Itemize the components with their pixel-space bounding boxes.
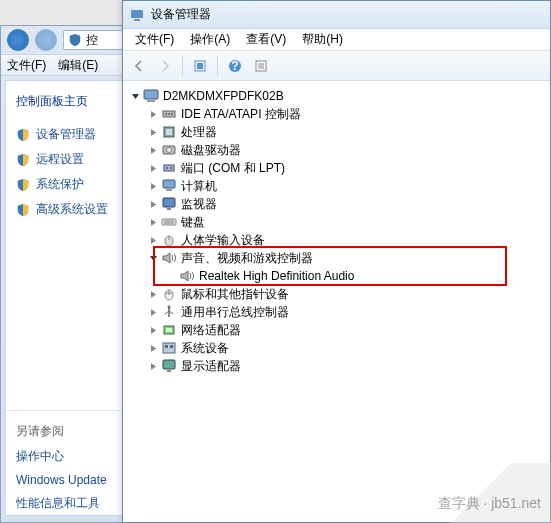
- tree-expander[interactable]: [147, 126, 159, 138]
- menu-action[interactable]: 操作(A): [184, 29, 236, 50]
- tree-expander[interactable]: [147, 162, 159, 174]
- tree-expander[interactable]: [165, 270, 177, 282]
- tree-item-label: IDE ATA/ATAPI 控制器: [181, 106, 301, 123]
- tree-category[interactable]: 端口 (COM 和 LPT): [127, 159, 546, 177]
- see-also-header: 另请参阅: [6, 419, 124, 444]
- tree-item-label: 系统设备: [181, 340, 229, 357]
- tree-category[interactable]: 通用串行总线控制器: [127, 303, 546, 321]
- tree-expander[interactable]: [129, 90, 141, 102]
- bg-menu-edit[interactable]: 编辑(E): [58, 57, 98, 74]
- sidebar-item-label: 高级系统设置: [36, 201, 108, 218]
- tree-expander[interactable]: [147, 144, 159, 156]
- toolbar-properties-button[interactable]: [249, 54, 273, 78]
- tree-expander[interactable]: [147, 252, 159, 264]
- toolbar: ?: [123, 51, 550, 81]
- tree-item-label: 声音、视频和游戏控制器: [181, 250, 313, 267]
- mouse-icon: [161, 286, 177, 302]
- tree-item-label: 键盘: [181, 214, 205, 231]
- port-icon: [161, 160, 177, 176]
- tree-item-label: 网络适配器: [181, 322, 241, 339]
- shield-icon: [16, 153, 30, 167]
- tree-item-label: 通用串行总线控制器: [181, 304, 289, 321]
- tree-expander[interactable]: [147, 180, 159, 192]
- toolbar-separator: [217, 56, 218, 76]
- tree-category[interactable]: 鼠标和其他指针设备: [127, 285, 546, 303]
- tree-item-label: 磁盘驱动器: [181, 142, 241, 159]
- tree-category[interactable]: 监视器: [127, 195, 546, 213]
- svg-text:?: ?: [231, 59, 238, 73]
- network-icon: [161, 322, 177, 338]
- tree-category[interactable]: 声音、视频和游戏控制器: [127, 249, 546, 267]
- sidebar-item-label: 系统保护: [36, 176, 84, 193]
- tree-expander[interactable]: [147, 360, 159, 372]
- device-tree[interactable]: D2MKDMXFPDFK02BIDE ATA/ATAPI 控制器处理器磁盘驱动器…: [123, 81, 550, 522]
- device-manager-window: 设备管理器 文件(F) 操作(A) 查看(V) 帮助(H) ? D2MKDMXF…: [122, 0, 551, 523]
- svg-rect-0: [131, 10, 143, 18]
- computer-icon: [161, 178, 177, 194]
- tree-expander[interactable]: [147, 306, 159, 318]
- bg-titlebar: 控: [1, 26, 129, 54]
- tree-expander[interactable]: [147, 234, 159, 246]
- sidebar-header[interactable]: 控制面板主页: [6, 89, 124, 114]
- tree-category[interactable]: 人体学输入设备: [127, 231, 546, 249]
- toolbar-separator: [182, 56, 183, 76]
- menu-view[interactable]: 查看(V): [240, 29, 292, 50]
- tree-expander[interactable]: [147, 108, 159, 120]
- sidebar-item[interactable]: 远程设置: [6, 147, 124, 172]
- tree-expander[interactable]: [147, 198, 159, 210]
- see-also-link[interactable]: Windows Update: [6, 469, 124, 491]
- tree-category[interactable]: 网络适配器: [127, 321, 546, 339]
- tree-expander[interactable]: [147, 216, 159, 228]
- tree-category[interactable]: 显示适配器: [127, 357, 546, 375]
- see-also-link[interactable]: 性能信息和工具: [6, 491, 124, 516]
- forward-button[interactable]: [35, 29, 57, 51]
- tree-category[interactable]: 计算机: [127, 177, 546, 195]
- tree-category[interactable]: 处理器: [127, 123, 546, 141]
- tree-category[interactable]: IDE ATA/ATAPI 控制器: [127, 105, 546, 123]
- toolbar-help-button[interactable]: ?: [223, 54, 247, 78]
- back-button[interactable]: [7, 29, 29, 51]
- shield-icon: [16, 203, 30, 217]
- sidebar-item-label: 设备管理器: [36, 126, 96, 143]
- sidebar-item-label: 远程设置: [36, 151, 84, 168]
- system-icon: [161, 340, 177, 356]
- tree-expander[interactable]: [147, 324, 159, 336]
- bg-sidebar: 控制面板主页 设备管理器远程设置系统保护高级系统设置 另请参阅 操作中心Wind…: [5, 80, 125, 516]
- tree-item-label: 显示适配器: [181, 358, 241, 375]
- svg-rect-1: [134, 19, 140, 21]
- bg-menu-file[interactable]: 文件(F): [7, 57, 46, 74]
- menu-file[interactable]: 文件(F): [129, 29, 180, 50]
- svg-rect-3: [197, 63, 203, 69]
- tree-category[interactable]: 键盘: [127, 213, 546, 231]
- cpu-icon: [161, 124, 177, 140]
- hid-icon: [161, 232, 177, 248]
- tree-expander[interactable]: [147, 342, 159, 354]
- tree-item-label: D2MKDMXFPDFK02B: [163, 89, 284, 103]
- tree-expander[interactable]: [147, 288, 159, 300]
- tree-device[interactable]: Realtek High Definition Audio: [127, 267, 546, 285]
- toolbar-forward-button[interactable]: [153, 54, 177, 78]
- computer-root-icon: [143, 88, 159, 104]
- shield-icon: [16, 178, 30, 192]
- keyboard-icon: [161, 214, 177, 230]
- titlebar: 设备管理器: [123, 1, 550, 29]
- sound-icon: [161, 250, 177, 266]
- see-also-link[interactable]: 操作中心: [6, 444, 124, 469]
- tree-item-label: 人体学输入设备: [181, 232, 265, 249]
- sidebar-item[interactable]: 高级系统设置: [6, 197, 124, 222]
- tree-item-label: 鼠标和其他指针设备: [181, 286, 289, 303]
- tree-category[interactable]: 磁盘驱动器: [127, 141, 546, 159]
- tree-root[interactable]: D2MKDMXFPDFK02B: [127, 87, 546, 105]
- tree-category[interactable]: 系统设备: [127, 339, 546, 357]
- tree-item-label: 监视器: [181, 196, 217, 213]
- address-bar[interactable]: 控: [63, 30, 123, 50]
- sidebar-item[interactable]: 系统保护: [6, 172, 124, 197]
- toolbar-back-button[interactable]: [127, 54, 151, 78]
- ide-icon: [161, 106, 177, 122]
- menu-help[interactable]: 帮助(H): [296, 29, 349, 50]
- app-icon: [129, 7, 145, 23]
- toolbar-show-hidden-button[interactable]: [188, 54, 212, 78]
- address-text: 控: [86, 32, 98, 49]
- shield-icon: [68, 33, 82, 47]
- sidebar-item[interactable]: 设备管理器: [6, 122, 124, 147]
